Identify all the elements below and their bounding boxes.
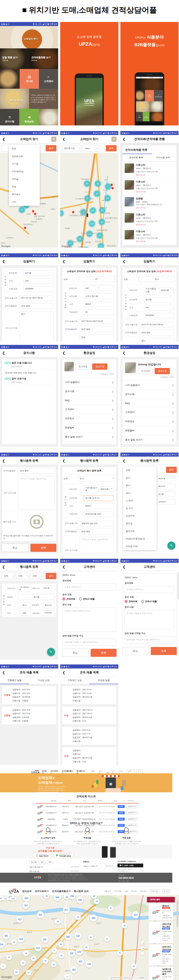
dropdown-option[interactable]: 한식: [123, 474, 157, 482]
radio-quote-request[interactable]: [125, 600, 128, 603]
dropdown-option[interactable]: 주점: [9, 183, 40, 191]
notice-row[interactable]: 많은 이용 바랍니다2017-08-29: [29, 865, 79, 869]
map-cluster[interactable]: 31: [117, 950, 123, 956]
subject-input[interactable]: 제목을 입력하세요: [125, 586, 174, 593]
settings-menu-item[interactable]: FAQ❯: [62, 396, 116, 405]
map-cluster[interactable]: 47: [26, 970, 32, 975]
map-cluster[interactable]: 205: [68, 950, 75, 957]
scroll-down-arrow[interactable]: ˅: [176, 976, 179, 978]
logout-button[interactable]: 로그아웃: [138, 368, 153, 374]
join-bid-button[interactable]: 입찰참여하기: [127, 818, 138, 821]
appstore-button[interactable]: ▯Available on theApp Store: [33, 852, 51, 858]
back-icon[interactable]: ❮: [2, 137, 5, 141]
dropdown-option[interactable]: 고기집: [9, 160, 40, 168]
map-cluster[interactable]: 10: [59, 953, 64, 958]
map-cluster[interactable]: 337: [22, 902, 30, 909]
back-icon[interactable]: ❮: [123, 565, 125, 569]
dropdown-option[interactable]: 할인마트: [123, 527, 157, 535]
settings-menu-item[interactable]: 회원탈퇴❯: [122, 426, 177, 435]
map-cluster[interactable]: 34: [43, 958, 48, 964]
pegman-control[interactable]: ♟: [141, 941, 144, 945]
map-cluster[interactable]: 155: [89, 221, 95, 227]
map-cluster[interactable]: 423: [37, 911, 44, 918]
select-2[interactable]: 선택: [16, 573, 29, 579]
bid-item[interactable]: 진행중 입찰일자 : 2017-8-2입찰마감 : 2017-8-3입찰금액 :…: [2, 686, 56, 705]
dropdown-option[interactable]: 편의점: [123, 520, 157, 527]
tab-quote-submit[interactable]: 견적제출 목록: [149, 154, 177, 161]
radio-quote-submit[interactable]: [79, 598, 82, 600]
map-image[interactable]: 1938725251349351220155121963229175427 두실…: [60, 153, 118, 248]
tab-quote-request[interactable]: 견적의뢰 목록: [122, 154, 149, 161]
map-cluster[interactable]: 28: [51, 962, 57, 967]
search-button[interactable]: 검색: [46, 573, 56, 579]
satellite-button[interactable]: 위성: [10, 897, 16, 900]
map-cluster[interactable]: 501: [77, 958, 84, 965]
bid-item[interactable]: 마감 입찰일자 :입찰마감 :입찰금액 : 롯데리아원진행사항 : 마감: [62, 747, 117, 765]
tile-board[interactable]: ▤게시판: [20, 69, 39, 89]
settings-menu-item[interactable]: 회원탈퇴❯: [62, 423, 116, 433]
map-cluster[interactable]: 42: [122, 923, 127, 929]
tile-settings[interactable]: ◀︎환경설정: [19, 109, 39, 126]
join-bid-button[interactable]: 입찰참여하기: [127, 805, 138, 808]
map-cluster[interactable]: 454: [70, 966, 78, 973]
map-cluster[interactable]: 4: [64, 974, 70, 980]
settings-menu-item[interactable]: 고객센터❯: [62, 405, 116, 414]
tab-closed[interactable]: 마감된 입찰: [89, 677, 118, 684]
distance-select[interactable]: 10km: [82, 145, 98, 151]
result-card[interactable]: UPZA ㈜에이치엔푸드 체인 도매업자 축산물 | 농축수산 서울특별시 송파…: [148, 921, 173, 943]
nav-link[interactable]: 업자검색: [22, 890, 32, 893]
dropdown-option[interactable]: 매점(간의휴게음식): [123, 535, 157, 542]
map-pin[interactable]: [24, 226, 27, 229]
map-cluster[interactable]: 86: [84, 944, 89, 950]
quote-list-item[interactable]: 디몬스터 some롯데리아 서울 강남구 강남대로 238 2017-07-31: [122, 161, 177, 178]
back-icon[interactable]: ❮: [123, 137, 125, 141]
settings-menu-item[interactable]: 공지사항❯: [62, 387, 116, 396]
nav-sublink[interactable]: 고객센터: [139, 890, 147, 892]
dropdown-option[interactable]: 소,돼지: [123, 497, 157, 504]
dropdown-option[interactable]: 마트/편의점: [9, 168, 40, 175]
dropdown-option[interactable]: 중식: [123, 482, 157, 489]
result-card[interactable]: UPZA 롯데리아 소매업자 한식 | 식자재류 서울 강남구 강남대로 238: [148, 903, 173, 920]
map-cluster[interactable]: 264: [17, 935, 25, 943]
tile-notice[interactable]: ?!공지사항: [0, 109, 19, 126]
result-card[interactable]: UPZA 농업회사법인 킹스테이블(주 축산물 | 농축수산 경기 광주시 상다…: [148, 966, 173, 980]
map-cluster[interactable]: 7: [105, 184, 111, 189]
result-card[interactable]: UPZA ㈜케이케이인터내셔날 도매업자 축산물 | 농축수산 경기 광주시 천…: [148, 944, 173, 966]
settings-menu-item[interactable]: 홍보 알림 보내기❯: [62, 433, 116, 442]
nav-sublink[interactable]: 게시판: [131, 890, 136, 892]
quote-list-item[interactable]: 디몬스터 some롯데리아 서울 강남구 강남대로 238 2017-06-08: [122, 228, 177, 245]
map-cluster[interactable]: 67: [108, 905, 114, 911]
search-button[interactable]: 검색: [106, 145, 117, 151]
map-cluster[interactable]: 265: [65, 933, 71, 940]
settings-menu-item[interactable]: 제휴 및 광고 문의❯: [62, 442, 116, 445]
map-pin[interactable]: [33, 212, 37, 215]
notice-tab[interactable]: 공지사항: [29, 861, 38, 864]
zoom-in-button[interactable]: +: [141, 947, 144, 950]
cancel-button[interactable]: 취소: [122, 647, 149, 655]
map-cluster[interactable]: 427: [63, 906, 70, 913]
nav-sublink[interactable]: 식품소식: [104, 890, 111, 892]
bid-item[interactable]: 입찰일자 : 2017-6-14입찰마감 : 2017-6-15입찰금액 : 롯…: [62, 686, 117, 705]
back-icon[interactable]: ❮: [62, 351, 65, 355]
nav-sublink[interactable]: FAQ: [107, 772, 109, 773]
notice-item[interactable]: [공지] 많은 이용 바랍니다 2017-08-29 UPZA에 대한 많은 이…: [2, 359, 56, 375]
back-icon[interactable]: ❮: [2, 459, 5, 463]
tab-ongoing[interactable]: 진행중인 입찰: [60, 677, 89, 684]
back-icon[interactable]: ❮: [62, 459, 65, 463]
register-button[interactable]: 등록: [151, 647, 177, 655]
search-button[interactable]: 검색: [166, 467, 177, 473]
back-icon[interactable]: ❮: [2, 565, 5, 569]
edit-info-button[interactable]: 정보수정: [92, 363, 108, 370]
settings-menu-item[interactable]: FAQ❯: [122, 399, 177, 408]
dropdown-option[interactable]: 슈퍼마켓: [123, 512, 157, 520]
map-cluster[interactable]: 49: [58, 942, 64, 947]
map-cluster[interactable]: 595: [3, 932, 10, 939]
join-button[interactable]: 회원가입: [150, 889, 159, 893]
map-cluster[interactable]: 138: [86, 961, 93, 968]
cancel-button[interactable]: 취소: [62, 649, 89, 657]
quote-list-item[interactable]: 디몬스터 some롯데리아 서울 강남구 강남대로 238 2017-07-14: [122, 178, 177, 195]
map-cluster[interactable]: 690: [76, 896, 84, 904]
dropdown-option[interactable]: 전체: [9, 145, 40, 153]
email-input[interactable]: 답변받을 이메일 주소를 입력해주세요: [62, 639, 116, 646]
tile-find-retailers[interactable]: 소매업자 찾기: [0, 26, 58, 48]
